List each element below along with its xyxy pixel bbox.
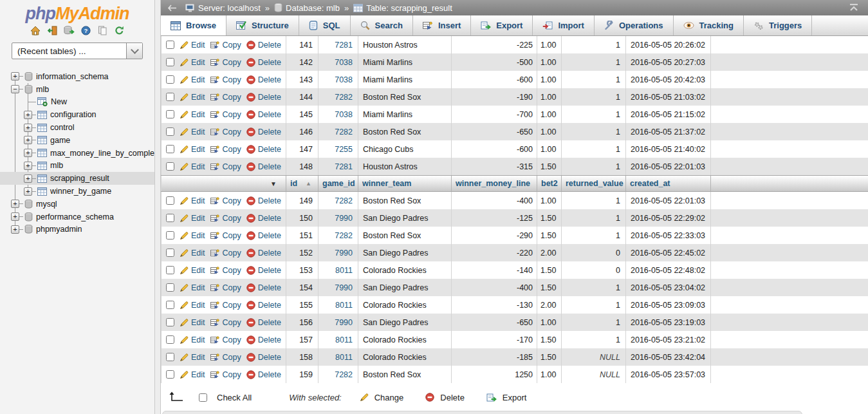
expand-toggle-icon[interactable]: + — [24, 111, 32, 119]
edit-link[interactable]: Edit — [180, 214, 205, 223]
row-checkbox[interactable] — [166, 249, 174, 257]
delete-button[interactable]: Delete — [425, 393, 465, 402]
copy-link[interactable]: Copy — [210, 41, 241, 50]
expand-toggle-icon[interactable]: + — [24, 187, 32, 196]
copy-link[interactable]: Copy — [210, 249, 241, 258]
game-id-link[interactable]: 7282 — [335, 93, 353, 102]
column-header-bet2[interactable]: bet2 — [541, 179, 558, 188]
edit-link[interactable]: Edit — [180, 127, 205, 136]
edit-link[interactable]: Edit — [180, 110, 205, 119]
edit-link[interactable]: Edit — [180, 145, 205, 154]
edit-link[interactable]: Edit — [180, 283, 205, 292]
tree-item-performance-schema[interactable]: +performance_schema — [0, 211, 154, 223]
row-checkbox[interactable] — [166, 58, 174, 66]
delete-link[interactable]: Delete — [246, 353, 281, 362]
edit-link[interactable]: Edit — [180, 318, 205, 327]
row-checkbox[interactable] — [166, 266, 174, 274]
edit-link[interactable]: Edit — [180, 196, 205, 205]
back-arrow-icon[interactable] — [167, 5, 177, 12]
collapse-toggle-icon[interactable]: − — [11, 85, 19, 93]
row-checkbox[interactable] — [166, 353, 174, 361]
tab-sql[interactable]: SQL — [299, 15, 351, 35]
tree-item-configuration[interactable]: +configuration — [0, 108, 154, 121]
delete-link[interactable]: Delete — [246, 301, 281, 310]
expand-toggle-icon[interactable]: + — [24, 136, 32, 144]
row-checkbox[interactable] — [166, 301, 174, 309]
tree-item-mlb[interactable]: −mlb — [0, 83, 154, 96]
delete-link[interactable]: Delete — [246, 214, 281, 223]
tree-item-control[interactable]: +control — [0, 121, 154, 134]
delete-link[interactable]: Delete — [246, 249, 281, 258]
delete-link[interactable]: Delete — [246, 58, 281, 67]
home-icon[interactable] — [30, 25, 41, 36]
expand-toggle-icon[interactable]: + — [11, 72, 19, 80]
copy-link[interactable]: Copy — [210, 75, 241, 84]
logout-icon[interactable] — [46, 25, 58, 36]
copy-link[interactable]: Copy — [210, 145, 241, 154]
game-id-link[interactable]: 7282 — [335, 370, 353, 379]
tree-item-mlb[interactable]: +mlb — [0, 160, 154, 173]
edit-link[interactable]: Edit — [180, 353, 205, 362]
tab-tracking[interactable]: Tracking — [674, 15, 744, 35]
copy-link[interactable]: Copy — [210, 93, 241, 102]
recent-tables-select[interactable]: (Recent tables) ... — [12, 42, 143, 59]
tab-operations[interactable]: Operations — [595, 15, 674, 35]
game-id-link[interactable]: 7281 — [335, 162, 353, 171]
game-id-link[interactable]: 8011 — [335, 301, 353, 310]
game-id-link[interactable]: 8011 — [335, 266, 353, 275]
game-id-link[interactable]: 7282 — [335, 196, 353, 205]
row-checkbox[interactable] — [166, 93, 174, 101]
breadcrumb-table[interactable]: Table: scrapping_result — [353, 3, 452, 13]
tree-item-information-schema[interactable]: +information_schema — [0, 70, 154, 83]
copy-link[interactable]: Copy — [210, 353, 241, 362]
game-id-link[interactable]: 7038 — [335, 110, 353, 119]
phpmyadmin-logo[interactable]: phpMyAdmin — [0, 0, 154, 23]
export-button[interactable]: Export — [486, 393, 527, 402]
delete-link[interactable]: Delete — [246, 318, 281, 327]
copy-link[interactable]: Copy — [210, 283, 241, 292]
edit-link[interactable]: Edit — [180, 75, 205, 84]
column-header-returned_value[interactable]: returned_value — [566, 179, 623, 188]
row-checkbox[interactable] — [166, 41, 174, 49]
game-id-link[interactable]: 7282 — [335, 231, 353, 240]
column-header-winner_team[interactable]: winner_team — [362, 179, 411, 188]
tree-item-scrapping-result[interactable]: +scrapping_result — [0, 172, 154, 185]
delete-link[interactable]: Delete — [246, 93, 281, 102]
tab-structure[interactable]: Structure — [226, 15, 299, 35]
edit-link[interactable]: Edit — [180, 249, 205, 258]
collapse-icon[interactable] — [849, 3, 859, 14]
tree-item-new[interactable]: New — [0, 96, 154, 109]
row-checkbox[interactable] — [166, 75, 174, 84]
row-checkbox[interactable] — [166, 335, 174, 344]
delete-link[interactable]: Delete — [246, 75, 281, 84]
expand-toggle-icon[interactable]: + — [24, 162, 32, 170]
copy-link[interactable]: Copy — [210, 110, 241, 119]
game-id-link[interactable]: 7255 — [335, 145, 353, 154]
tree-item-winner-by-game[interactable]: +winner_by_game — [0, 185, 154, 198]
expand-toggle-icon[interactable]: + — [11, 212, 19, 221]
tab-browse[interactable]: Browse — [161, 15, 226, 35]
row-checkbox[interactable] — [166, 196, 174, 205]
copy-link[interactable]: Copy — [210, 335, 241, 344]
edit-link[interactable]: Edit — [180, 41, 205, 50]
row-checkbox[interactable] — [166, 283, 174, 292]
delete-link[interactable]: Delete — [246, 266, 281, 275]
delete-link[interactable]: Delete — [246, 370, 281, 379]
edit-link[interactable]: Edit — [180, 266, 205, 275]
game-id-link[interactable]: 7281 — [335, 41, 353, 50]
game-id-link[interactable]: 7990 — [335, 249, 353, 258]
expand-toggle-icon[interactable]: + — [24, 124, 32, 132]
delete-link[interactable]: Delete — [246, 196, 281, 205]
game-id-link[interactable]: 7038 — [335, 75, 353, 84]
game-id-link[interactable]: 7990 — [335, 318, 353, 327]
delete-link[interactable]: Delete — [246, 335, 281, 344]
copy-link[interactable]: Copy — [210, 196, 241, 205]
delete-link[interactable]: Delete — [246, 162, 281, 171]
copy-link[interactable]: Copy — [210, 266, 241, 275]
row-checkbox[interactable] — [166, 145, 174, 153]
column-header-created_at[interactable]: created_at — [630, 179, 670, 188]
tree-item-mysql[interactable]: +mysql — [0, 198, 154, 211]
game-id-link[interactable]: 8011 — [335, 353, 353, 362]
copy-link[interactable]: Copy — [210, 214, 241, 223]
copy-link[interactable]: Copy — [210, 162, 241, 171]
